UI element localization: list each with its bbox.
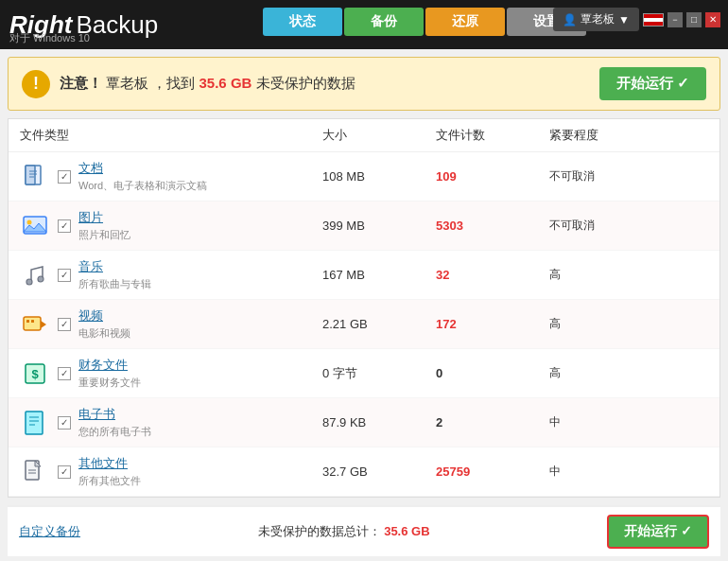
tab-restore[interactable]: 还原: [425, 8, 505, 36]
warning-left: ! 注意！ 覃老板 ，找到 35.6 GB 未受保护的数据: [22, 70, 355, 98]
file-name[interactable]: 电子书: [78, 406, 151, 423]
file-name[interactable]: 音乐: [78, 258, 151, 275]
file-urgency: 中: [549, 464, 708, 480]
file-info: 财务文件 重要财务文件: [78, 357, 141, 390]
file-name[interactable]: 财务文件: [78, 357, 141, 374]
table-row: ✓ 其他文件 所有其他文件 32.7 GB 25759 中: [9, 447, 719, 497]
file-count: 32: [436, 268, 549, 282]
file-checkbox[interactable]: ✓: [58, 170, 71, 184]
footer: 自定义备份 未受保护的数据总计： 35.6 GB 开始运行 ✓: [8, 505, 720, 556]
file-urgency: 不可取消: [549, 218, 708, 234]
title-bar: Right Backup 对于 Windows 10 状态 备份 还原 设置 👤…: [0, 0, 728, 49]
table-row: $ ✓ 财务文件 重要财务文件 0 字节 0 高: [9, 349, 719, 398]
user-button[interactable]: 👤 覃老板 ▼: [553, 8, 639, 31]
svg-point-8: [38, 276, 43, 282]
file-name[interactable]: 其他文件: [78, 455, 141, 472]
start-run-top-button[interactable]: 开始运行 ✓: [599, 67, 706, 100]
app-subtitle: 对于 Windows 10: [9, 31, 90, 45]
warning-icon: !: [22, 70, 50, 98]
file-cell: ✓ 视频 电影和视频: [20, 307, 322, 341]
file-desc: Word、电子表格和演示文稿: [78, 179, 207, 193]
warning-middle: ，找到: [152, 75, 195, 91]
file-desc: 所有歌曲与专辑: [78, 277, 151, 291]
col-urgency: 紧要程度: [549, 127, 708, 144]
file-type-icon: [20, 309, 50, 340]
file-type-icon: $: [20, 359, 50, 389]
file-count: 0: [436, 366, 549, 380]
col-filecount: 文件计数: [436, 127, 549, 144]
svg-rect-11: [26, 320, 29, 323]
tab-backup[interactable]: 备份: [344, 8, 424, 36]
table-header: 文件类型 大小 文件计数 紧要程度: [9, 119, 719, 152]
table-row: ✓ 图片 照片和回忆 399 MB 5303 不可取消: [9, 202, 719, 251]
file-desc: 电影和视频: [78, 326, 130, 341]
file-table: 文件类型 大小 文件计数 紧要程度 ✓ 文档 Word、电子表格和演示文稿 10…: [8, 118, 720, 498]
file-cell: ✓ 文档 Word、电子表格和演示文稿: [20, 160, 322, 193]
file-checkbox[interactable]: ✓: [58, 367, 71, 380]
file-type-icon: [20, 162, 50, 192]
file-urgency: 高: [549, 316, 708, 332]
file-name[interactable]: 图片: [78, 209, 130, 226]
file-info: 电子书 您的所有电子书: [78, 406, 151, 439]
warning-banner: ! 注意！ 覃老板 ，找到 35.6 GB 未受保护的数据 开始运行 ✓: [8, 57, 720, 111]
file-count: 2: [436, 415, 549, 430]
file-name[interactable]: 文档: [78, 160, 207, 177]
window-controls: 👤 覃老板 ▼ － □ ✕: [553, 8, 720, 31]
svg-rect-15: [26, 412, 43, 434]
tab-status[interactable]: 状态: [263, 8, 342, 36]
file-info: 图片 照片和回忆: [78, 209, 130, 242]
file-cell: ✓ 电子书 您的所有电子书: [20, 406, 322, 439]
warning-prefix: 注意！: [60, 75, 102, 91]
dropdown-arrow-icon: ▼: [618, 13, 630, 26]
file-type-icon: [20, 260, 50, 290]
svg-rect-12: [31, 320, 34, 323]
total-label: 未受保护的数据总计：: [258, 524, 381, 538]
file-urgency: 高: [549, 267, 708, 283]
svg-rect-9: [24, 317, 41, 330]
file-urgency: 不可取消: [549, 168, 708, 184]
file-count: 25759: [436, 465, 549, 479]
file-checkbox[interactable]: ✓: [58, 269, 71, 282]
file-size: 108 MB: [322, 169, 436, 184]
user-label: 覃老板: [581, 11, 615, 27]
file-checkbox[interactable]: ✓: [58, 318, 71, 331]
file-count: 172: [436, 317, 549, 331]
file-info: 文档 Word、电子表格和演示文稿: [78, 160, 207, 193]
table-row: ✓ 视频 电影和视频 2.21 GB 172 高: [9, 300, 719, 349]
user-icon: 👤: [563, 13, 577, 26]
file-checkbox[interactable]: ✓: [58, 219, 71, 233]
custom-backup-link[interactable]: 自定义备份: [19, 523, 80, 540]
maximize-button[interactable]: □: [686, 12, 702, 27]
start-run-bottom-button[interactable]: 开始运行 ✓: [607, 515, 709, 549]
file-desc: 照片和回忆: [78, 228, 130, 242]
minimize-button[interactable]: －: [667, 12, 683, 27]
file-checkbox[interactable]: ✓: [58, 416, 71, 430]
file-info: 其他文件 所有其他文件: [78, 455, 141, 488]
total-value: 35.6 GB: [384, 524, 429, 538]
file-urgency: 高: [549, 365, 708, 381]
col-size: 大小: [322, 127, 436, 144]
file-size: 167 MB: [322, 268, 436, 282]
footer-total: 未受保护的数据总计： 35.6 GB: [258, 523, 430, 540]
file-name[interactable]: 视频: [78, 307, 130, 324]
file-urgency: 中: [549, 414, 708, 430]
table-row: ✓ 文档 Word、电子表格和演示文稿 108 MB 109 不可取消: [9, 152, 719, 202]
warning-suffix: 未受保护的数据: [256, 75, 355, 91]
file-count: 5303: [436, 219, 549, 233]
file-size: 87.9 KB: [322, 415, 436, 430]
file-cell: ✓ 音乐 所有歌曲与专辑: [20, 258, 322, 291]
file-size: 32.7 GB: [322, 465, 436, 479]
svg-text:$: $: [31, 367, 39, 381]
file-type-icon: [20, 211, 50, 241]
file-info: 视频 电影和视频: [78, 307, 130, 341]
warning-text: 注意！ 覃老板 ，找到 35.6 GB 未受保护的数据: [60, 75, 355, 93]
file-checkbox[interactable]: ✓: [58, 465, 71, 479]
col-filetype: 文件类型: [20, 127, 322, 144]
language-flag[interactable]: [643, 13, 664, 26]
file-desc: 您的所有电子书: [78, 425, 151, 439]
svg-point-7: [26, 279, 32, 285]
svg-rect-1: [26, 166, 35, 184]
warning-size: 35.6 GB: [199, 75, 252, 91]
close-button[interactable]: ✕: [705, 12, 720, 27]
file-info: 音乐 所有歌曲与专辑: [78, 258, 151, 291]
